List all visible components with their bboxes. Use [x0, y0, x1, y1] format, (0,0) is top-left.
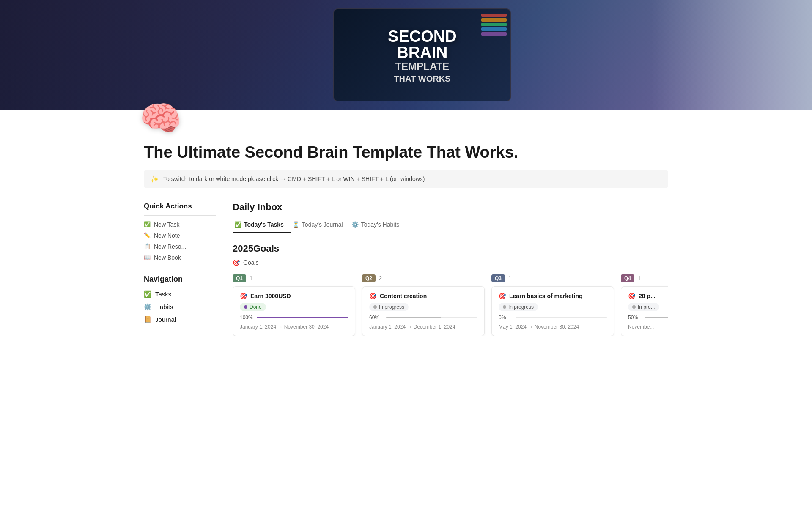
goals-link-label: Goals: [243, 259, 259, 266]
q4-status-label: In pro...: [638, 304, 655, 310]
q4-goal-name: 20 p...: [639, 293, 656, 299]
sidebar: Quick Actions ✅ New Task ✏️ New Note 📋 N…: [144, 202, 216, 326]
q3-count: 1: [508, 275, 511, 281]
daily-inbox-section: Daily Inbox ✅ Today's Tasks ⏳ Today's Jo…: [233, 202, 668, 233]
kanban-board: Q1 1 🎯 Earn 3000USD Done: [233, 274, 668, 336]
q4-goal-icon: 🎯: [628, 293, 635, 299]
kanban-col-q3: Q3 1 🎯 Learn basics of marketing In prog…: [491, 274, 614, 336]
nav-item-tasks[interactable]: ✅ Tasks: [144, 288, 216, 301]
q2-progress-row: 60%: [369, 315, 477, 321]
hero-title: SECONDBRAIN: [388, 28, 457, 60]
kanban-col-q2: Q2 2 🎯 Content creation In progress: [362, 274, 485, 336]
q4-date: Novembe...: [628, 324, 668, 330]
callout-text: To switch to dark or white mode please c…: [163, 175, 425, 182]
sidebar-action-new-task[interactable]: ✅ New Task: [144, 219, 216, 230]
new-resource-label: New Reso...: [154, 243, 186, 250]
q3-badge: Q3: [491, 274, 505, 282]
tab-journal-icon: ⏳: [292, 221, 299, 228]
q4-progress-track: [645, 317, 668, 318]
brain-icon: 🧠: [140, 97, 182, 140]
q4-progress-row: 50%: [628, 315, 668, 321]
q3-status-label: In progress: [508, 304, 534, 310]
goals-link-icon: 🎯: [233, 259, 240, 266]
kanban-col-q1: Q1 1 🎯 Earn 3000USD Done: [233, 274, 355, 336]
habits-nav-icon: ⚙️: [144, 303, 152, 311]
q4-goal-row: 🎯 20 p...: [628, 293, 668, 299]
q2-badge: Q2: [362, 274, 376, 282]
callout-icon: ✨: [151, 175, 159, 183]
q4-badge: Q4: [621, 274, 634, 282]
callout-bar: ✨ To switch to dark or white mode please…: [144, 170, 668, 188]
q1-progress-row: 100%: [240, 315, 348, 321]
kanban-header-q3: Q3 1: [491, 274, 614, 282]
q1-date: January 1, 2024 → November 30, 2024: [240, 324, 348, 330]
tab-todays-tasks[interactable]: ✅ Today's Tasks: [233, 218, 291, 233]
q2-status-label: In progress: [379, 304, 404, 310]
q1-count: 1: [250, 275, 252, 281]
sidebar-action-new-note[interactable]: ✏️ New Note: [144, 230, 216, 241]
q1-goal-row: 🎯 Earn 3000USD: [240, 293, 348, 299]
tab-journal-label: Today's Journal: [302, 221, 343, 228]
tasks-nav-label: Tasks: [155, 290, 171, 298]
tab-tasks-icon: ✅: [234, 221, 241, 228]
nav-item-habits[interactable]: ⚙️ Habits: [144, 301, 216, 313]
kanban-header-q4: Q4 1: [621, 274, 668, 282]
q1-progress-label: 100%: [240, 315, 253, 321]
q4-progress-label: 50%: [628, 315, 642, 321]
q1-status-label: Done: [250, 304, 262, 310]
new-book-label: New Book: [154, 254, 181, 261]
sidebar-divider-1: [144, 215, 216, 216]
q1-goal-icon: 🎯: [240, 293, 247, 299]
q1-goal-name: Earn 3000USD: [250, 293, 291, 299]
new-resource-icon: 📋: [144, 243, 151, 249]
q3-goal-name: Learn basics of marketing: [509, 293, 583, 299]
sidebar-action-new-resource[interactable]: 📋 New Reso...: [144, 241, 216, 252]
q4-status-badge: In pro...: [628, 303, 659, 311]
q4-count: 1: [638, 275, 641, 281]
q1-progress-track: [257, 317, 348, 318]
kanban-col-q4: Q4 1 🎯 20 p... In pro...: [621, 274, 668, 336]
q4-progress-fill: [645, 317, 668, 318]
kanban-card-q4[interactable]: 🎯 20 p... In pro... 50%: [621, 286, 668, 336]
hero-subtitle: TEMPLATETHAT WORKS: [394, 60, 450, 84]
q2-progress-label: 60%: [369, 315, 383, 321]
journal-nav-label: Journal: [155, 316, 176, 323]
kanban-card-q2[interactable]: 🎯 Content creation In progress 60%: [362, 286, 485, 336]
nav-item-journal[interactable]: 📔 Journal: [144, 313, 216, 326]
goals-section: 2025Goals 🎯 Goals Q1 1: [233, 243, 668, 336]
q2-goal-row: 🎯 Content creation: [369, 293, 477, 299]
tab-todays-journal[interactable]: ⏳ Today's Journal: [291, 218, 350, 233]
tab-todays-habits[interactable]: ⚙️ Today's Habits: [350, 218, 406, 233]
q1-status-dot: [244, 305, 247, 309]
q3-status-badge: In progress: [499, 303, 538, 311]
goals-section-title: 2025Goals: [233, 243, 668, 254]
q3-progress-track: [516, 317, 607, 318]
hero-banner: SECONDBRAIN TEMPLATETHAT WORKS: [0, 0, 812, 110]
tabs-row: ✅ Today's Tasks ⏳ Today's Journal ⚙️ Tod…: [233, 218, 668, 233]
q3-goal-row: 🎯 Learn basics of marketing: [499, 293, 607, 299]
q1-badge: Q1: [233, 274, 246, 282]
new-note-label: New Note: [154, 232, 180, 239]
new-note-icon: ✏️: [144, 232, 151, 238]
q4-status-dot: [632, 305, 636, 309]
q3-progress-label: 0%: [499, 315, 512, 321]
kanban-header-q2: Q2 2: [362, 274, 485, 282]
journal-nav-icon: 📔: [144, 316, 152, 323]
new-book-icon: 📖: [144, 254, 151, 260]
tab-habits-icon: ⚙️: [351, 221, 359, 228]
new-task-label: New Task: [154, 221, 179, 228]
page-header: 🧠 The Ultimate Second Brain Template Tha…: [144, 97, 668, 170]
q2-progress-track: [386, 317, 477, 318]
q3-progress-row: 0%: [499, 315, 607, 321]
kanban-card-q1[interactable]: 🎯 Earn 3000USD Done 100%: [233, 286, 355, 336]
sidebar-action-new-book[interactable]: 📖 New Book: [144, 252, 216, 263]
menu-button[interactable]: [793, 52, 802, 58]
tasks-nav-icon: ✅: [144, 290, 152, 298]
tab-habits-label: Today's Habits: [361, 221, 400, 228]
q3-date: May 1, 2024 → November 30, 2024: [499, 324, 607, 330]
kanban-card-q3[interactable]: 🎯 Learn basics of marketing In progress …: [491, 286, 614, 336]
q2-progress-fill: [386, 317, 441, 318]
goals-link[interactable]: 🎯 Goals: [233, 259, 668, 266]
q2-goal-icon: 🎯: [369, 293, 376, 299]
q2-goal-name: Content creation: [380, 293, 427, 299]
